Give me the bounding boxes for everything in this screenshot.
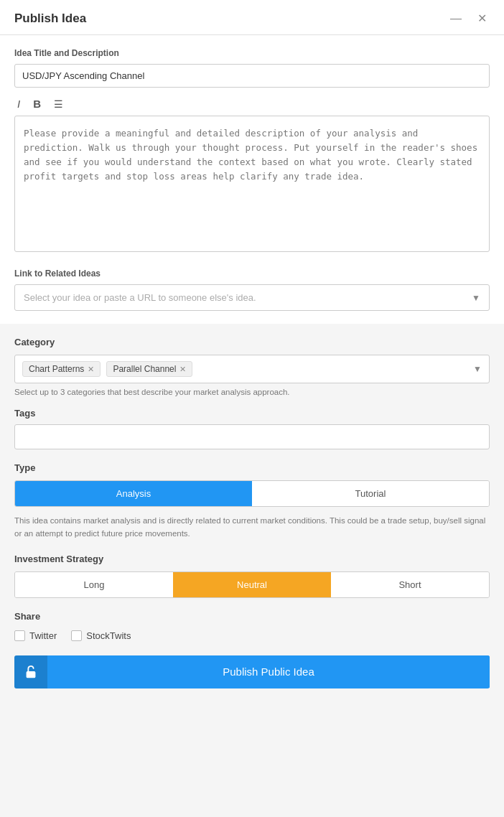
category-label: Category (14, 337, 490, 347)
tags-label: Tags (14, 408, 490, 419)
link-placeholder: Select your idea or paste a URL to someo… (24, 292, 256, 303)
gray-section: Category Chart Patterns ✕ Parallel Chann… (0, 324, 504, 817)
editor-toolbar: I B ☰ (14, 96, 490, 111)
strategy-neutral-button[interactable]: Neutral (173, 572, 331, 597)
investment-strategy-label: Investment Strategy (14, 554, 490, 564)
description-textarea[interactable] (14, 116, 490, 252)
category-select[interactable]: Chart Patterns ✕ Parallel Channel ✕ ▼ (14, 355, 490, 383)
link-chevron-icon: ▼ (472, 293, 480, 303)
share-twitter-item[interactable]: Twitter (14, 630, 57, 641)
stocktwits-checkbox[interactable] (71, 630, 82, 641)
close-button[interactable]: ✕ (475, 11, 490, 26)
header-controls: — ✕ (447, 11, 490, 26)
remove-chart-patterns-icon[interactable]: ✕ (88, 365, 94, 373)
twitter-checkbox[interactable] (14, 630, 25, 641)
publish-idea-modal: Publish Idea — ✕ Idea Title and Descript… (0, 0, 504, 817)
type-label: Type (14, 462, 490, 473)
minimize-button[interactable]: — (447, 11, 465, 26)
stocktwits-label: StockTwits (86, 630, 131, 641)
idea-title-label: Idea Title and Description (14, 48, 490, 58)
publish-bar: Publish Public Idea (14, 655, 490, 688)
modal-title: Publish Idea (14, 11, 86, 26)
category-section: Category Chart Patterns ✕ Parallel Chann… (14, 337, 490, 383)
type-hint: This idea contains market analysis and i… (14, 514, 490, 541)
type-tutorial-button[interactable]: Tutorial (252, 481, 489, 506)
publish-lock-icon[interactable] (14, 655, 47, 688)
category-chevron-icon: ▼ (473, 364, 482, 374)
strategy-short-button[interactable]: Short (331, 572, 489, 597)
remove-parallel-channel-icon[interactable]: ✕ (179, 365, 186, 373)
investment-strategy-group: Long Neutral Short (14, 571, 490, 598)
publish-public-idea-button[interactable]: Publish Public Idea (47, 655, 490, 688)
category-tag-chart-patterns: Chart Patterns ✕ (22, 361, 101, 377)
link-dropdown[interactable]: Select your idea or paste a URL to someo… (14, 284, 490, 311)
category-tag-label: Parallel Channel (113, 364, 176, 374)
svg-rect-0 (27, 671, 36, 678)
modal-body: Idea Title and Description I B ☰ Link to… (0, 35, 504, 324)
share-label: Share (14, 611, 490, 622)
italic-button[interactable]: I (14, 96, 23, 111)
category-tag-label: Chart Patterns (29, 364, 84, 374)
type-analysis-button[interactable]: Analysis (15, 481, 252, 506)
strategy-long-button[interactable]: Long (15, 572, 173, 597)
bold-button[interactable]: B (30, 96, 44, 111)
category-tag-parallel-channel: Parallel Channel ✕ (106, 361, 192, 377)
twitter-label: Twitter (29, 630, 57, 641)
list-button[interactable]: ☰ (51, 97, 66, 111)
share-stocktwits-item[interactable]: StockTwits (71, 630, 131, 641)
link-section: Link to Related Ideas Select your idea o… (14, 269, 490, 311)
modal-header: Publish Idea — ✕ (0, 0, 504, 35)
idea-title-input[interactable] (14, 64, 490, 88)
type-toggle-group: Analysis Tutorial (14, 480, 490, 507)
share-options: Twitter StockTwits (14, 630, 490, 641)
category-hint: Select up to 3 categories that best desc… (14, 388, 490, 396)
link-label: Link to Related Ideas (14, 269, 490, 279)
tags-input[interactable] (14, 424, 490, 449)
